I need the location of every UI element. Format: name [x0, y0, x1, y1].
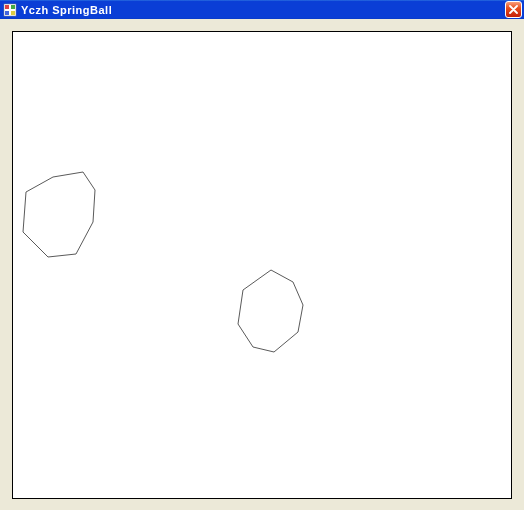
close-button[interactable]	[505, 1, 522, 18]
svg-rect-3	[5, 11, 9, 15]
client-area	[0, 19, 524, 510]
svg-rect-4	[11, 11, 15, 15]
canvas-frame	[12, 31, 512, 499]
window: Yczh SpringBall	[0, 0, 524, 510]
svg-rect-2	[11, 5, 15, 9]
window-title: Yczh SpringBall	[21, 4, 112, 16]
spring-ball[interactable]	[23, 172, 95, 257]
drawing-canvas[interactable]	[13, 32, 511, 498]
svg-rect-1	[5, 5, 9, 9]
titlebar[interactable]: Yczh SpringBall	[0, 0, 524, 19]
close-icon	[509, 5, 518, 14]
spring-ball[interactable]	[238, 270, 303, 352]
app-icon	[3, 3, 17, 17]
